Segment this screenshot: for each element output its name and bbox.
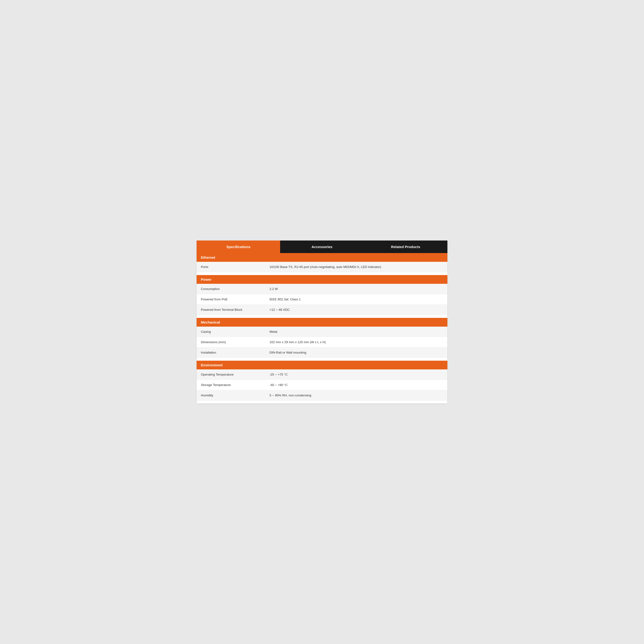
spec-value: 10/100 Base-TX, RJ-45 port (Auto-negotia… [269,265,443,269]
tabs-container: Specifications Accessories Related Produ… [197,241,447,403]
table-row: Powered from Terminal Block +12 ~ 48 VDC [197,305,447,315]
ethernet-header: Ethernet [197,253,447,262]
spec-section-environment: Environment Operating Temperature -25 ~ … [197,361,447,403]
spec-section-ethernet: Ethernet Ports 10/100 Base-TX, RJ-45 por… [197,253,447,275]
spec-label: Powered from PoE [201,298,269,301]
spec-label: Ports [201,265,269,269]
table-row: Storage Temperature -40 ~ +80 °C [197,380,447,390]
table-row: Powered from PoE IEEE 802.3af, Class 1 [197,294,447,305]
spec-label: Casing [201,330,269,333]
spec-value: IEEE 802.3af, Class 1 [269,298,443,301]
section-spacer [197,401,447,403]
tab-related-products[interactable]: Related Products [364,241,447,253]
table-row: Casing Metal [197,327,447,337]
mechanical-header: Mechanical [197,318,447,327]
spec-section-mechanical: Mechanical Casing Metal Dimensions (mm) … [197,318,447,361]
table-row: Consumption 2.2 W [197,284,447,294]
table-row: Dimensions (mm) 102 mm x 29 mm x 125 mm … [197,337,447,347]
spec-label: Operating Temperature [201,373,269,376]
section-spacer [197,358,447,361]
table-row: Ports 10/100 Base-TX, RJ-45 port (Auto-n… [197,262,447,272]
spec-value: +12 ~ 48 VDC [269,308,443,311]
table-row: Humidity 5 ~ 90% RH, non-condensing [197,390,447,401]
table-row: Operating Temperature -25 ~ +75 °C [197,369,447,380]
spec-value: 102 mm x 29 mm x 125 mm (W x L x H) [269,340,443,344]
spec-value: Metal [269,330,443,333]
page-wrapper: Specifications Accessories Related Produ… [197,226,447,418]
spec-label: Dimensions (mm) [201,340,269,344]
spec-value: DIN-Rail or Wall mounting [269,351,443,354]
spec-value: 5 ~ 90% RH, non-condensing [269,394,443,397]
spec-value: -25 ~ +75 °C [269,373,443,376]
tab-specifications[interactable]: Specifications [197,241,280,253]
section-spacer [197,272,447,275]
spec-label: Storage Temperature [201,383,269,387]
spec-section-power: Power Consumption 2.2 W Powered from PoE… [197,275,447,318]
spec-label: Consumption [201,287,269,291]
section-spacer [197,315,447,318]
environment-header: Environment [197,361,447,369]
tab-accessories[interactable]: Accessories [280,241,364,253]
spec-value: -40 ~ +80 °C [269,383,443,387]
spec-label: Humidity [201,394,269,397]
tabs-header: Specifications Accessories Related Produ… [197,241,447,253]
spec-value: 2.2 W [269,287,443,291]
power-header: Power [197,275,447,284]
spec-label: Powered from Terminal Block [201,308,269,311]
spec-label: Installation [201,351,269,354]
table-row: Installation DIN-Rail or Wall mounting [197,347,447,358]
